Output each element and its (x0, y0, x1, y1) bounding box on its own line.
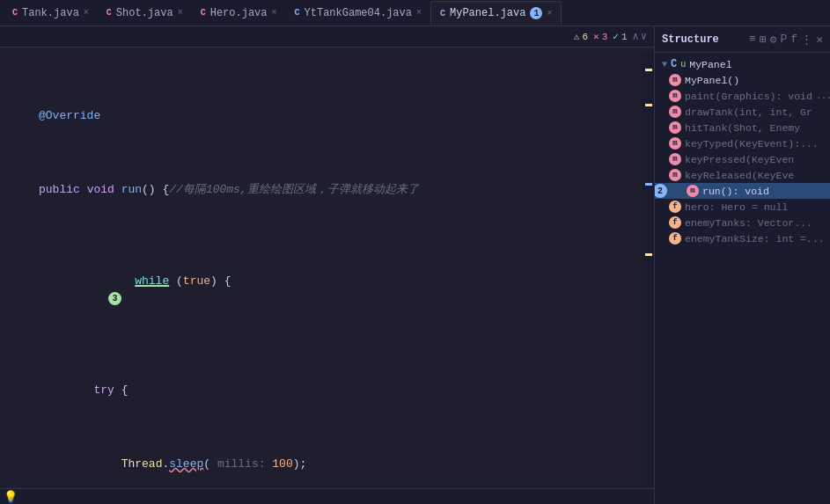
group-icon[interactable]: ⊞ (760, 33, 767, 47)
method-icon: m (669, 106, 681, 118)
struct-item-label: enemyTankSize: int =... (685, 233, 825, 245)
lightbulb-icon: 💡 (4, 490, 18, 504)
method-icon: m (669, 137, 681, 150)
code-area[interactable]: @Override public void run() {//每隔100ms,重… (0, 47, 654, 488)
method-icon: m (687, 185, 699, 197)
struct-item-mypanel-class[interactable]: ▼ C u MyPanel (655, 56, 830, 72)
field-icon: f (669, 201, 681, 213)
ok-badge: ✓ 1 (613, 31, 627, 42)
more-icon[interactable]: ⋮ (801, 33, 812, 47)
struct-item-paint[interactable]: m paint(Graphics): void ... (655, 88, 830, 104)
tab-close-icon[interactable]: × (272, 8, 277, 18)
tab-bar: C Tank.java × C Shot.java × C Hero.java … (0, 0, 830, 26)
java-icon: C (12, 8, 18, 18)
method-icon: m (669, 74, 681, 86)
expand-icon[interactable]: f (790, 33, 797, 47)
struct-item-label: paint(Graphics): void (685, 91, 812, 102)
struct-item-run[interactable]: 2 m run(): void (655, 183, 830, 199)
struct-item-hittank[interactable]: m hitTank(Shot, Enemy (655, 120, 830, 135)
tab-close-icon[interactable]: × (416, 8, 422, 18)
scroll-marker (645, 69, 652, 71)
struct-item-label: enemyTanks: Vector... (685, 217, 812, 229)
line-numbers (0, 51, 35, 485)
struct-item-label: keyTyped(KeyEvent):... (685, 138, 819, 150)
struct-item-label: run(): void (702, 186, 769, 197)
warn-count: 6 (582, 32, 588, 42)
java-icon: C (107, 8, 112, 18)
struct-item-drawtank[interactable]: m drawTank(int, int, Gr (655, 104, 830, 120)
nav-up-icon[interactable]: ∧ (633, 30, 639, 43)
java-icon: C (440, 9, 445, 18)
method-icon: m (669, 121, 681, 134)
warn-icon: ⚠ (574, 31, 580, 42)
tab-tank-java[interactable]: C Tank.java × (4, 1, 98, 26)
ok-icon: ✓ (613, 31, 619, 42)
structure-header: Structure ≡ ⊞ ⚙ P f ⋮ ✕ (655, 26, 830, 53)
editor: ⚠ 6 ✕ 3 ✓ 1 ∧ ∨ @Override (0, 26, 654, 504)
struct-item-enemytanks[interactable]: f enemyTanks: Vector... (655, 215, 830, 230)
struct-item-keypressed[interactable]: m keyPressed(KeyEven (655, 151, 830, 167)
struct-item-label: drawTank(int, int, Gr (685, 106, 812, 118)
struct-item-label: hitTank(Shot, Enemy (685, 122, 800, 134)
tab-hero-java[interactable]: C Hero.java × (192, 1, 286, 26)
close-icon[interactable]: ✕ (816, 33, 823, 47)
nav-down-icon[interactable]: ∨ (641, 30, 647, 43)
struct-item-label: hero: Hero = null (685, 201, 788, 213)
err-icon: ✕ (593, 31, 599, 42)
method-icon: m (669, 169, 681, 181)
badge-2: 2 (655, 184, 667, 198)
scroll-marker (645, 104, 652, 106)
structure-panel: Structure ≡ ⊞ ⚙ P f ⋮ ✕ ▼ C u MyPanel m (654, 26, 830, 504)
tab-badge: 1 (530, 7, 542, 19)
sort-icon[interactable]: ≡ (749, 33, 756, 47)
tab-shot-java[interactable]: C Shot.java × (98, 1, 192, 26)
structure-content: ▼ C u MyPanel m MyPanel() m paint(Graphi… (655, 53, 830, 504)
tab-label: Shot.java (116, 7, 173, 19)
settings-icon[interactable]: ⚙ (770, 33, 777, 47)
struct-item-hero[interactable]: f hero: Hero = null (655, 199, 830, 215)
badge-3: 3 (108, 292, 121, 305)
struct-item-enemytanksize[interactable]: f enemyTankSize: int =... (655, 230, 830, 246)
ok-count: 1 (621, 32, 628, 42)
java-icon: C (201, 8, 206, 18)
class-visibility-icon: u (680, 60, 686, 69)
struct-item-label: keyReleased(KeyEve (685, 170, 794, 181)
struct-item-keytyped[interactable]: m keyTyped(KeyEvent):... (655, 135, 830, 151)
field-icon: f (669, 216, 681, 229)
code-line: while (true) { 3 (35, 254, 642, 327)
tab-label: YtTankGame04.java (305, 7, 412, 19)
structure-toolbar: ≡ ⊞ ⚙ P f ⋮ ✕ (749, 33, 823, 47)
tab-close-icon[interactable]: × (84, 8, 89, 18)
code-line: @Override (35, 107, 642, 126)
err-count: 3 (602, 32, 608, 42)
tab-label: Tank.java (22, 7, 79, 19)
scroll-marker-blue (645, 183, 652, 186)
field-icon: f (669, 232, 681, 245)
filter-icon[interactable]: P (781, 33, 788, 47)
tab-close-icon[interactable]: × (547, 9, 552, 18)
code-content[interactable]: @Override public void run() {//每隔100ms,重… (35, 51, 642, 485)
truncate-indicator: ... (816, 91, 830, 101)
code-line: Thread.sleep( millis: 100); (35, 456, 642, 474)
error-badge: ✕ 3 (593, 31, 607, 42)
struct-item-label: keyPressed(KeyEven (685, 154, 794, 165)
struct-item-constructor[interactable]: m MyPanel() (655, 72, 830, 88)
tab-label: MyPanel.java (450, 7, 525, 19)
scroll-marker (645, 253, 652, 256)
struct-item-label: MyPanel (689, 59, 731, 70)
structure-title: Structure (662, 33, 719, 46)
editor-toolbar: ⚠ 6 ✕ 3 ✓ 1 ∧ ∨ (0, 26, 654, 47)
toolbar-nav: ∧ ∨ (633, 30, 647, 43)
struct-item-keyreleased[interactable]: m keyReleased(KeyEve (655, 167, 830, 183)
method-icon: m (669, 153, 681, 165)
tab-mypanel-java[interactable]: C MyPanel.java 1 × (430, 1, 562, 26)
scrollbar[interactable] (642, 51, 654, 485)
tab-close-icon[interactable]: × (178, 8, 183, 18)
code-line: try { (35, 382, 642, 400)
bottom-status: 💡 (0, 488, 654, 504)
method-icon: m (669, 90, 681, 102)
tab-yttankgame-java[interactable]: C YtTankGame04.java × (286, 1, 430, 26)
expand-arrow-icon: ▼ (662, 60, 667, 69)
java-icon: C (295, 8, 300, 18)
warning-badge: ⚠ 6 (574, 31, 588, 42)
